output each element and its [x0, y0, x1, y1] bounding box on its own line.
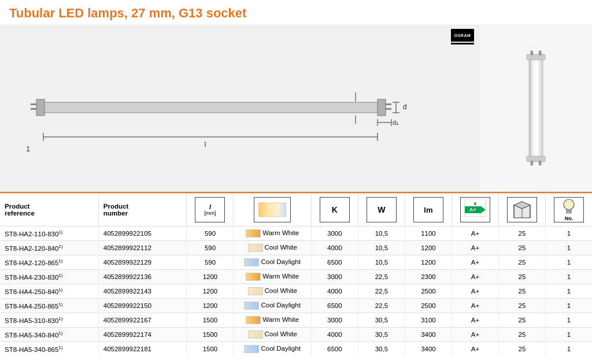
cell-box-qty: 25 — [498, 255, 545, 270]
cell-energy-class: A+ — [452, 313, 498, 328]
cell-box-qty: 25 — [498, 241, 545, 255]
cell-energy-class: A+ — [452, 284, 498, 299]
cell-watt: 10,5 — [358, 241, 405, 255]
cell-product-number: 4052899922167 — [98, 313, 187, 328]
cell-product-reference: ST8-HA4-250-8401) — [0, 284, 98, 299]
svg-rect-28 — [539, 161, 542, 165]
cell-color: Warm White — [234, 226, 311, 241]
cell-kelvin: 3000 — [311, 270, 358, 284]
svg-rect-23 — [527, 54, 545, 60]
cell-product-number: 4052899922105 — [98, 226, 187, 241]
table-row: ST8-HA5-340-8651) 4052899922181 1500 Coo… — [0, 342, 592, 356]
cell-watt: 10,5 — [358, 255, 405, 270]
cell-kelvin: 6500 — [311, 255, 358, 270]
svg-rect-2 — [31, 103, 37, 105]
svg-text:d: d — [403, 103, 407, 111]
table-row: ST8-HA4-250-8651) 4052899922150 1200 Coo… — [0, 299, 592, 313]
cell-product-reference: ST8-HA2-120-8401) — [0, 241, 98, 255]
cell-watt: 30,5 — [358, 328, 405, 342]
cell-color: Cool White — [234, 284, 311, 299]
svg-rect-3 — [31, 108, 37, 110]
svg-rect-5 — [385, 103, 391, 105]
header-energy: A A+ — [452, 194, 498, 226]
cell-lumen: 2500 — [405, 299, 452, 313]
table-row: ST8-HA4-230-8301) 4052899922136 1200 War… — [0, 270, 592, 284]
table-row: ST8-HA5-340-8401) 4052899922174 1500 Coo… — [0, 328, 592, 342]
cell-watt: 30,5 — [358, 313, 405, 328]
cell-product-reference: ST8-HA5-340-8651) — [0, 342, 98, 356]
svg-rect-6 — [385, 108, 391, 110]
cell-color: Cool Daylight — [234, 255, 311, 270]
cell-no: 1 — [546, 255, 593, 270]
cell-energy-class: A+ — [452, 299, 498, 313]
cell-length: 590 — [187, 241, 234, 255]
svg-text:l: l — [205, 140, 206, 148]
cell-energy-class: A+ — [452, 328, 498, 342]
cell-no: 1 — [546, 313, 593, 328]
cell-watt: 22,5 — [358, 284, 405, 299]
svg-rect-41 — [567, 211, 571, 213]
cell-product-reference: ST8-HA2-110-8301) — [0, 226, 98, 241]
svg-rect-25 — [539, 51, 542, 55]
cell-lumen: 2500 — [405, 284, 452, 299]
cell-box-qty: 25 — [498, 299, 545, 313]
product-image-area — [480, 24, 592, 192]
cell-product-number: 4052899922150 — [98, 299, 187, 313]
cell-lumen: 1100 — [405, 226, 452, 241]
cell-lumen: 3100 — [405, 313, 452, 328]
cell-lumen: 3400 — [405, 342, 452, 356]
header-product-number: Product number — [98, 194, 187, 226]
cell-length: 590 — [187, 255, 234, 270]
cell-product-reference: ST8-HA2-120-8651) — [0, 255, 98, 270]
header-color — [234, 194, 311, 226]
table-header-row: Product reference Product number l [mm] — [0, 194, 592, 226]
table-row: ST8-HA2-120-8651) 4052899922129 590 Cool… — [0, 255, 592, 270]
lamp-diagram-svg: l d d₁ 1 — [20, 42, 460, 174]
svg-text:d₁: d₁ — [393, 119, 398, 126]
cell-no: 1 — [546, 342, 593, 356]
cell-box-qty: 25 — [498, 226, 545, 241]
svg-rect-27 — [530, 161, 533, 165]
svg-rect-40 — [567, 210, 571, 211]
cell-no: 1 — [546, 299, 593, 313]
header-no: No. — [546, 194, 593, 226]
cell-energy-class: A+ — [452, 342, 498, 356]
cell-no: 1 — [546, 270, 593, 284]
cell-product-reference: ST8-HA4-250-8651) — [0, 299, 98, 313]
table-row: ST8-HA5-310-8301) 4052899922167 1500 War… — [0, 313, 592, 328]
cell-energy-class: A+ — [452, 241, 498, 255]
cell-product-number: 4052899922112 — [98, 241, 187, 255]
cell-kelvin: 4000 — [311, 241, 358, 255]
cell-kelvin: 4000 — [311, 328, 358, 342]
cell-lumen: 1200 — [405, 241, 452, 255]
cell-lumen: 3400 — [405, 328, 452, 342]
cell-color: Warm White — [234, 270, 311, 284]
svg-text:A: A — [473, 202, 476, 206]
product-table-body: ST8-HA2-110-8301) 4052899922105 590 Warm… — [0, 226, 592, 356]
cell-product-number: 4052899922143 — [98, 284, 187, 299]
diagram-area: OSRAM l d — [0, 24, 480, 192]
svg-text:A+: A+ — [469, 207, 476, 213]
cell-color: Cool Daylight — [234, 342, 311, 356]
cell-energy-class: A+ — [452, 226, 498, 241]
cell-product-number: 4052899922136 — [98, 270, 187, 284]
cell-product-reference: ST8-HA4-230-8301) — [0, 270, 98, 284]
cell-kelvin: 4000 — [311, 284, 358, 299]
header-length: l [mm] — [187, 194, 234, 226]
cell-color: Cool White — [234, 241, 311, 255]
page-title: Tubular LED lamps, 27 mm, G13 socket — [0, 0, 592, 24]
cell-box-qty: 25 — [498, 270, 545, 284]
cell-kelvin: 3000 — [311, 313, 358, 328]
cell-length: 1500 — [187, 342, 234, 356]
cell-kelvin: 6500 — [311, 342, 358, 356]
header-watt: W — [358, 194, 405, 226]
cell-no: 1 — [546, 241, 593, 255]
cell-watt: 30,5 — [358, 342, 405, 356]
cell-kelvin: 3000 — [311, 226, 358, 241]
cell-no: 1 — [546, 284, 593, 299]
svg-rect-26 — [527, 156, 545, 162]
cell-length: 1500 — [187, 313, 234, 328]
cell-length: 1200 — [187, 270, 234, 284]
cell-no: 1 — [546, 328, 593, 342]
svg-point-39 — [564, 199, 574, 210]
